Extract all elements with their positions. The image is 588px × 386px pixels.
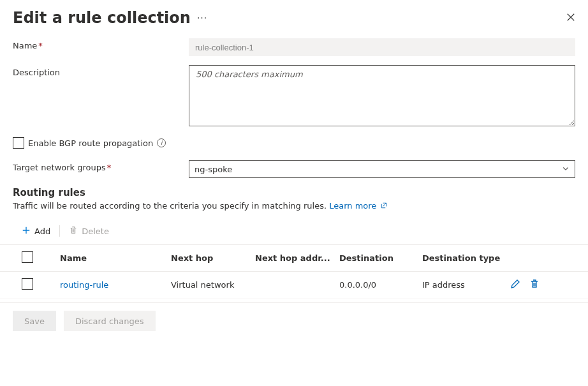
divider	[59, 225, 60, 237]
learn-more-link[interactable]: Learn more	[329, 201, 388, 211]
rules-table: Name Next hop Next hop addr... Destinati…	[0, 245, 588, 299]
rule-destination: 0.0.0.0/0	[339, 280, 422, 290]
routing-hint: Traffic will be routed according to the …	[13, 201, 327, 211]
rule-name-link[interactable]: routing-rule	[60, 280, 171, 290]
col-name: Name	[60, 253, 171, 263]
rule-next-hop: Virtual network	[171, 280, 255, 290]
discard-button[interactable]: Discard changes	[64, 311, 156, 331]
col-next-hop-addr: Next hop addr...	[255, 253, 339, 263]
external-link-icon	[380, 202, 388, 211]
col-destination: Destination	[339, 253, 422, 263]
close-button[interactable]	[566, 13, 575, 24]
target-groups-label: Target network groups*	[13, 160, 189, 172]
enable-bgp-checkbox[interactable]	[13, 137, 24, 149]
add-button[interactable]: Add	[22, 226, 50, 237]
name-input	[189, 38, 575, 56]
chevron-down-icon	[562, 165, 570, 174]
delete-button: Delete	[69, 226, 109, 237]
col-destination-type: Destination type	[422, 253, 510, 263]
plus-icon	[22, 226, 31, 237]
page-title: Edit a rule collection	[13, 9, 191, 27]
info-icon[interactable]: i	[157, 138, 166, 147]
row-checkbox[interactable]	[22, 278, 33, 290]
routing-rules-heading: Routing rules	[0, 187, 588, 198]
description-label: Description	[13, 65, 189, 77]
more-icon[interactable]: ···	[197, 13, 207, 23]
edit-icon[interactable]	[510, 279, 520, 291]
target-groups-value: ng-spoke	[195, 165, 232, 174]
name-label: Name*	[13, 38, 189, 50]
rule-destination-type: IP address	[422, 280, 510, 290]
trash-icon	[69, 226, 78, 237]
save-button[interactable]: Save	[13, 311, 56, 331]
select-all-checkbox[interactable]	[22, 251, 33, 263]
delete-row-icon[interactable]	[529, 279, 540, 291]
target-groups-select[interactable]: ng-spoke	[189, 160, 575, 178]
enable-bgp-label: Enable BGP route propagation	[28, 138, 153, 148]
description-textarea[interactable]	[189, 65, 575, 126]
col-next-hop: Next hop	[171, 253, 255, 263]
table-row: routing-rule Virtual network 0.0.0.0/0 I…	[0, 272, 588, 299]
